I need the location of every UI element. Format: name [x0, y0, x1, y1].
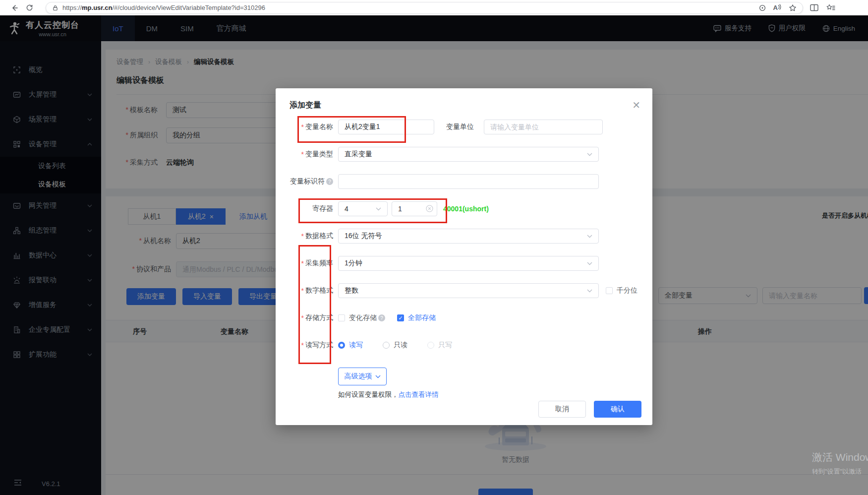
- storage-mode-row: *存储方式 变化存储 ? ✓ 全部存储: [289, 310, 638, 325]
- radio-read-write[interactable]: 读写: [338, 341, 363, 350]
- close-icon[interactable]: ✕: [632, 99, 640, 111]
- chevron-down-icon: [587, 289, 592, 293]
- number-format-select[interactable]: 整数: [338, 283, 599, 298]
- frequency-select[interactable]: 1分钟: [338, 256, 599, 271]
- advanced-options-button[interactable]: 高级选项: [338, 368, 387, 385]
- refresh-icon[interactable]: [22, 1, 37, 14]
- variable-name-row: *变量名称 变量单位: [289, 120, 638, 134]
- checkbox-icon: [606, 287, 613, 294]
- variable-unit-label: 变量单位: [446, 123, 474, 131]
- cancel-button[interactable]: 取消: [538, 401, 586, 418]
- view-details-link[interactable]: 点击查看详情: [399, 391, 439, 398]
- radio-icon: [383, 342, 390, 349]
- number-format-label: *数字格式: [289, 286, 333, 295]
- url-text[interactable]: https://mp.usr.cn/#/cloud/device/ViewEdi…: [62, 4, 265, 11]
- data-format-select[interactable]: 16位 无符号: [338, 229, 599, 244]
- thousand-separator-checkbox[interactable]: 千分位: [606, 286, 637, 295]
- modal-title: 添加变量: [276, 88, 652, 111]
- variable-unit-input[interactable]: [484, 120, 603, 134]
- confirm-button[interactable]: 确认: [594, 401, 641, 418]
- identifier-label: 变量标识符?: [289, 177, 333, 186]
- data-format-row: *数据格式 16位 无符号: [289, 229, 638, 244]
- identifier-input[interactable]: [338, 174, 599, 189]
- favorite-star-icon[interactable]: [789, 4, 797, 12]
- rw-mode-label: *读写方式: [289, 341, 333, 350]
- register-label: 寄存器: [289, 204, 333, 213]
- address-bar[interactable]: https://mp.usr.cn/#/cloud/device/ViewEdi…: [46, 2, 803, 14]
- chevron-down-icon: [587, 262, 592, 265]
- help-icon[interactable]: ?: [326, 178, 333, 185]
- lock-icon[interactable]: [52, 4, 58, 11]
- checkbox-checked-icon: ✓: [397, 314, 404, 321]
- variable-type-label: *变量类型: [289, 150, 333, 159]
- register-row: 寄存器 4 40001(ushort): [289, 201, 638, 216]
- chevron-down-icon: [587, 235, 592, 238]
- variable-name-input[interactable]: [338, 120, 434, 134]
- storage-mode-label: *存储方式: [289, 313, 333, 322]
- storage-change-checkbox[interactable]: 变化存储 ?: [338, 313, 385, 322]
- register-type-select[interactable]: 4: [338, 201, 388, 216]
- back-icon[interactable]: [7, 1, 22, 14]
- data-format-label: *数据格式: [289, 232, 333, 241]
- rw-mode-row: *读写方式 读写 只读 只写: [289, 338, 638, 353]
- split-screen-icon[interactable]: [810, 4, 818, 11]
- frequency-row: *采集频率 1分钟: [289, 256, 638, 271]
- frequency-label: *采集频率: [289, 259, 333, 268]
- chevron-down-icon: [587, 153, 592, 156]
- variable-type-row: *变量类型 直采变量: [289, 147, 638, 162]
- number-format-row: *数字格式 整数 千分位: [289, 283, 638, 298]
- permission-help-line: 如何设置变量权限，点击查看详情: [338, 390, 638, 399]
- favorites-bar-icon[interactable]: [826, 4, 835, 12]
- help-icon[interactable]: ?: [378, 314, 385, 321]
- read-aloud-icon[interactable]: A: [773, 4, 782, 11]
- location-icon[interactable]: [758, 4, 766, 12]
- screen: https://mp.usr.cn/#/cloud/device/ViewEdi…: [0, 0, 868, 495]
- identifier-row: 变量标识符?: [289, 174, 638, 189]
- browser-toolbar: https://mp.usr.cn/#/cloud/device/ViewEdi…: [0, 0, 868, 15]
- radio-read-only[interactable]: 只读: [383, 341, 407, 350]
- web-page: 有人云控制台 www.usr.cn IoT DM SIM 官方商城 服务支持: [0, 15, 868, 495]
- variable-type-select[interactable]: 直采变量: [338, 147, 599, 162]
- chevron-down-icon: [376, 207, 381, 211]
- variable-name-label: *变量名称: [289, 123, 333, 131]
- radio-disabled-icon: [427, 342, 434, 349]
- chevron-down-icon: [375, 375, 381, 378]
- checkbox-icon: [338, 314, 345, 321]
- add-variable-modal: 添加变量 ✕ *变量名称 变量单位 *变量类型 直采变量: [276, 88, 652, 425]
- storage-all-checkbox[interactable]: ✓ 全部存储: [397, 313, 436, 322]
- clear-input-icon[interactable]: [426, 205, 433, 212]
- register-address-hint: 40001(ushort): [443, 205, 489, 213]
- radio-selected-icon: [338, 342, 345, 349]
- radio-write-only: 只写: [427, 341, 452, 350]
